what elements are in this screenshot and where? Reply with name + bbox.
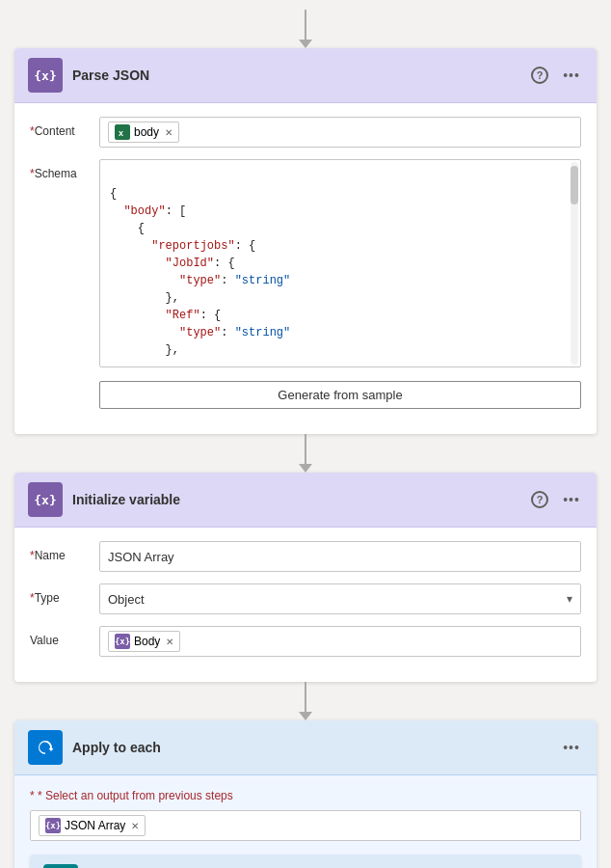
init-variable-actions: ? [531, 488, 583, 511]
init-variable-body: *Name JSON Array *Type Object ▾ Value [14, 528, 597, 682]
parse-json-card: {x} Parse JSON ? *Content [14, 48, 597, 434]
svg-text:x: x [119, 128, 123, 138]
init-variable-header: {x} Initialize variable ? [14, 473, 597, 528]
create-item-header: S Create item ? [30, 854, 581, 868]
connector-1 [299, 434, 312, 473]
parse-json-header: {x} Parse JSON ? [14, 48, 597, 103]
body-token-close[interactable]: ✕ [165, 127, 173, 138]
create-item-card: S Create item ? [30, 854, 581, 868]
apply-to-each-header: Apply to each [14, 720, 597, 775]
body-value-token[interactable]: {x} Body ✕ [108, 631, 180, 652]
json-array-token[interactable]: {x} JSON Array ✕ [39, 815, 146, 836]
apply-to-each-actions [560, 736, 583, 759]
top-connector [299, 10, 312, 48]
json-array-icon: {x} [45, 818, 61, 833]
excel-icon: x [115, 124, 130, 140]
apply-to-each-icon [28, 730, 63, 765]
apply-to-each-title: Apply to each [72, 740, 550, 755]
body-token[interactable]: x body ✕ [108, 122, 179, 143]
schema-container[interactable]: { "body": [ { "reportjobs": { "JobId": {… [99, 159, 581, 367]
schema-field-row: *Schema { "body": [ { "reportjobs": { "J… [30, 159, 581, 409]
connector-arrow-2 [299, 712, 312, 720]
parse-json-more-icon[interactable] [560, 64, 583, 87]
output-field[interactable]: {x} JSON Array ✕ [30, 810, 581, 841]
value-label: Value [30, 626, 88, 647]
parse-json-icon: {x} [28, 58, 63, 93]
init-variable-more-icon[interactable] [560, 488, 583, 511]
init-variable-title: Initialize variable [72, 492, 521, 507]
apply-to-each-body: * * Select an output from previous steps… [14, 775, 597, 868]
parse-json-title: Parse JSON [72, 68, 521, 83]
connector-line [305, 10, 306, 40]
value-input[interactable]: {x} Body ✕ [99, 626, 581, 657]
connector-arrow-1 [299, 464, 312, 473]
type-label: *Type [30, 583, 88, 605]
connector-line-1 [305, 434, 306, 464]
schema-scrollbar[interactable] [571, 162, 578, 365]
name-label: *Name [30, 541, 88, 562]
flow-container: {x} Parse JSON ? *Content [0, 0, 611, 868]
type-field-row: *Type Object ▾ [30, 583, 581, 614]
value-field-row: Value {x} Body ✕ [30, 626, 581, 657]
generate-from-sample-button[interactable]: Generate from sample [99, 381, 581, 409]
body-value-token-close[interactable]: ✕ [166, 637, 173, 647]
purple-icon: {x} [115, 634, 130, 649]
schema-label: *Schema [30, 159, 88, 180]
content-field-row: *Content x body ✕ [30, 117, 581, 148]
apply-to-each-more-icon[interactable] [560, 736, 583, 759]
json-array-token-close[interactable]: ✕ [131, 821, 139, 831]
content-label: *Content [30, 117, 88, 138]
init-variable-help-icon[interactable]: ? [531, 491, 548, 508]
connector-2 [299, 682, 312, 720]
connector-arrow [299, 40, 312, 48]
name-field-row: *Name JSON Array [30, 541, 581, 572]
create-item-icon: S [43, 864, 78, 868]
schema-scrollbar-thumb [571, 166, 578, 204]
parse-json-body: *Content x body ✕ [14, 103, 597, 434]
name-input[interactable]: JSON Array [99, 541, 581, 572]
parse-json-help-icon[interactable]: ? [531, 67, 548, 84]
connector-line-2 [305, 682, 306, 712]
type-chevron-icon: ▾ [567, 592, 572, 606]
type-select[interactable]: Object ▾ [99, 583, 581, 614]
init-variable-card: {x} Initialize variable ? *Name JSON Arr… [14, 473, 597, 682]
output-label: * * Select an output from previous steps [30, 789, 581, 802]
schema-editor: { "body": [ { "reportjobs": { "JobId": {… [100, 160, 580, 366]
content-input[interactable]: x body ✕ [99, 117, 581, 148]
parse-json-actions: ? [531, 64, 583, 87]
apply-to-each-card: Apply to each * * Select an output from … [14, 720, 597, 868]
init-variable-icon: {x} [28, 482, 63, 517]
